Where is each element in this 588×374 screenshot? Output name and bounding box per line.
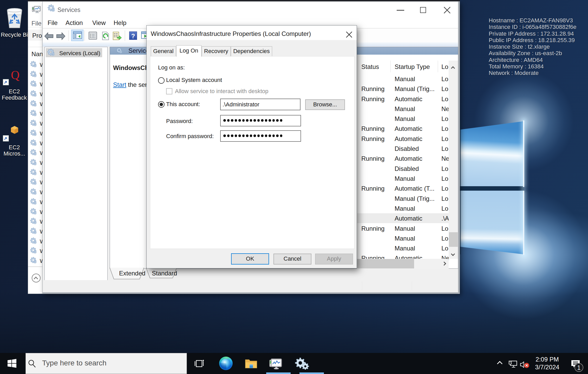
svg-text:Extended: Extended	[119, 270, 145, 277]
svg-text:Standard: Standard	[152, 270, 177, 277]
